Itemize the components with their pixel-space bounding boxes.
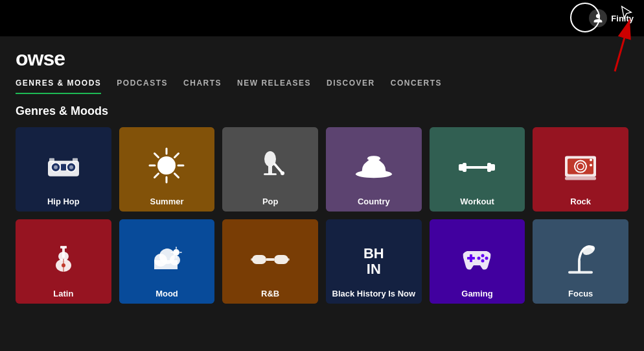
gaming-icon — [458, 246, 496, 272]
svg-point-63 — [477, 257, 481, 260]
summer-label: Summer — [119, 197, 215, 206]
genre-card-summer[interactable]: Summer — [119, 127, 215, 212]
svg-point-25 — [367, 156, 380, 161]
svg-rect-59 — [470, 254, 472, 262]
tab-podcasts[interactable]: PODCASTS — [117, 79, 168, 94]
genre-grid-row1: Hip Hop — [16, 127, 628, 212]
pop-label: Pop — [222, 197, 318, 206]
tab-charts[interactable]: CHARTS — [183, 79, 222, 94]
svg-point-23 — [281, 171, 284, 175]
header: Finity — [0, 0, 644, 36]
svg-rect-9 — [73, 158, 78, 162]
mood-label: Mood — [119, 289, 215, 298]
summer-icon — [147, 146, 186, 185]
svg-rect-30 — [490, 164, 495, 171]
hiphop-label: Hip Hop — [16, 197, 111, 206]
svg-point-36 — [590, 164, 592, 167]
nav-tabs: GENRES & MOODS PODCASTS CHARTS NEW RELEA… — [16, 79, 628, 94]
user-avatar — [589, 9, 607, 27]
svg-point-61 — [485, 257, 489, 260]
genre-card-blackhistory[interactable]: BHIN Black History Is Now — [326, 219, 422, 304]
svg-rect-8 — [49, 158, 54, 162]
svg-rect-64 — [568, 271, 593, 274]
svg-rect-27 — [463, 163, 466, 172]
svg-point-4 — [54, 165, 58, 169]
genre-card-mood[interactable]: Mood — [119, 219, 215, 304]
svg-line-16 — [175, 174, 179, 178]
svg-rect-54 — [274, 255, 288, 264]
svg-rect-57 — [287, 258, 290, 261]
genre-card-rock[interactable]: Rock — [533, 127, 628, 212]
tab-discover[interactable]: DISCOVER — [327, 79, 375, 94]
blackhistory-label: Black History Is Now — [326, 289, 422, 298]
workout-label: Workout — [430, 197, 525, 206]
svg-rect-37 — [565, 177, 596, 180]
bhin-text: BHIN — [363, 246, 384, 277]
latin-label: Latin — [16, 289, 111, 298]
genre-card-workout[interactable]: Workout — [430, 127, 525, 212]
tab-genres-moods[interactable]: GENRES & MOODS — [16, 79, 101, 94]
hiphop-icon — [47, 153, 80, 180]
svg-rect-56 — [251, 258, 253, 261]
svg-point-62 — [481, 260, 485, 263]
svg-rect-20 — [268, 166, 272, 174]
svg-rect-21 — [264, 173, 277, 175]
svg-rect-7 — [61, 164, 66, 171]
svg-line-15 — [155, 154, 159, 158]
mood-icon — [148, 246, 185, 272]
gaming-label: Gaming — [430, 289, 525, 298]
pop-icon — [254, 150, 286, 182]
main-content: owse GENRES & MOODS PODCASTS CHARTS NEW … — [0, 36, 644, 351]
latin-icon — [49, 242, 78, 274]
svg-line-17 — [175, 154, 179, 158]
svg-point-10 — [157, 156, 176, 175]
rock-label: Rock — [533, 197, 628, 206]
svg-rect-28 — [466, 166, 487, 169]
genre-card-pop[interactable]: Pop — [222, 127, 318, 212]
svg-point-34 — [577, 163, 584, 170]
genre-card-gaming[interactable]: Gaming — [430, 219, 525, 304]
svg-rect-47 — [154, 260, 178, 269]
svg-rect-65 — [578, 260, 581, 272]
svg-point-43 — [62, 263, 65, 267]
genre-card-hiphop[interactable]: Hip Hop — [16, 127, 111, 212]
focus-label: Focus — [533, 289, 628, 298]
rock-icon — [562, 152, 599, 181]
svg-rect-53 — [252, 255, 266, 264]
country-icon — [353, 151, 395, 182]
focus-icon — [566, 241, 595, 275]
svg-point-35 — [590, 159, 592, 162]
svg-line-18 — [155, 174, 159, 178]
genre-card-focus[interactable]: Focus — [533, 219, 628, 304]
workout-icon — [457, 158, 496, 177]
user-menu[interactable]: Finity — [589, 9, 634, 27]
rnb-icon — [251, 250, 290, 269]
tab-concerts[interactable]: CONCERTS — [391, 79, 442, 94]
svg-rect-41 — [60, 246, 67, 248]
user-name-label: Finity — [611, 14, 634, 23]
genre-grid-row2: Latin — [16, 219, 628, 304]
genre-card-country[interactable]: Country — [326, 127, 422, 212]
blackhistory-icon: BHIN — [363, 246, 384, 277]
genre-card-latin[interactable]: Latin — [16, 219, 111, 304]
rnb-label: R&B — [222, 289, 318, 298]
svg-point-6 — [69, 165, 73, 169]
section-heading: Genres & Moods — [16, 104, 628, 118]
genre-card-rnb[interactable]: R&B — [222, 219, 318, 304]
country-label: Country — [326, 197, 422, 206]
svg-point-60 — [481, 254, 485, 258]
svg-point-48 — [173, 249, 179, 256]
svg-rect-55 — [266, 258, 274, 261]
page-title: owse — [16, 47, 628, 71]
svg-rect-40 — [62, 247, 65, 258]
tab-new-releases[interactable]: NEW RELEASES — [237, 79, 311, 94]
